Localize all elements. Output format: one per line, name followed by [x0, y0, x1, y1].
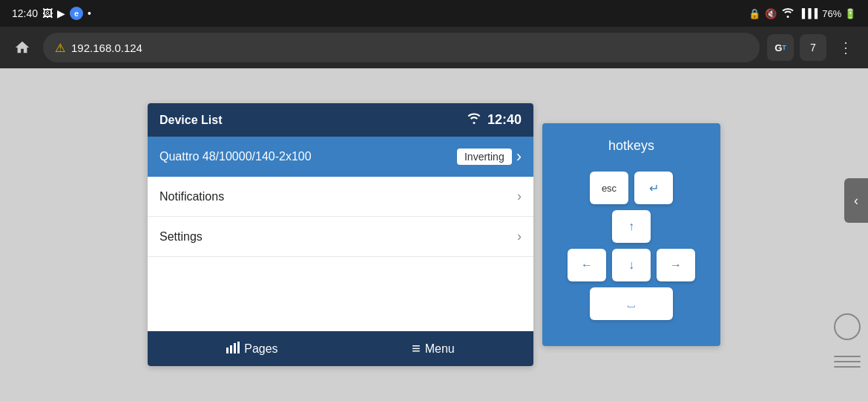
dot-indicator: •	[88, 7, 91, 19]
main-area: Device List 12:40 Quattro 48/10000/140-2…	[0, 68, 868, 401]
panel-title: Device List	[160, 114, 222, 127]
up-key[interactable]: ↑	[612, 210, 651, 243]
enter-key[interactable]: ↵	[634, 172, 673, 204]
bottom-nav	[834, 313, 861, 371]
settings-item[interactable]: Settings ›	[148, 217, 533, 257]
device-row-chevron: ›	[516, 147, 522, 166]
svg-rect-1	[230, 345, 232, 353]
wifi-icon	[781, 7, 795, 20]
home-button[interactable]	[9, 34, 36, 61]
nav-lines-button[interactable]	[834, 352, 861, 371]
header-time: 12:40	[487, 112, 522, 128]
panel-header-right: 12:40	[467, 112, 522, 128]
tab-count: 7	[810, 42, 816, 53]
right-nav-chevron: ‹	[854, 193, 858, 209]
header-wifi-icon	[467, 112, 481, 128]
tab-count-button[interactable]: 7	[800, 34, 826, 61]
device-row[interactable]: Quattro 48/10000/140-2x100 Inverting ›	[148, 137, 533, 177]
empty-content-area	[148, 257, 533, 331]
battery-display: 76% 🔋	[822, 8, 856, 19]
right-key[interactable]: →	[657, 249, 695, 281]
nav-line-2	[834, 361, 861, 362]
device-name: Quattro 48/10000/140-2x100	[160, 150, 312, 163]
status-text: Inverting	[464, 151, 504, 163]
menu-label: Menu	[425, 342, 455, 356]
hotkeys-grid: esc ↵ ↑ ← ↓ →	[568, 172, 695, 320]
hotkeys-row-3: ← ↓ →	[568, 249, 695, 281]
notifications-item[interactable]: Notifications ›	[148, 177, 533, 217]
nav-line-1	[834, 356, 861, 357]
svg-rect-3	[237, 342, 240, 353]
more-options-button[interactable]: ⋮	[832, 34, 859, 61]
pages-label: Pages	[244, 342, 277, 356]
status-bar: 12:40 🖼 ▶ e • 🔒 🔇 ▐▐▐ 76% 🔋	[0, 0, 868, 27]
hotkeys-title: hotkeys	[608, 138, 654, 154]
menu-button[interactable]: ≡ Menu	[412, 340, 455, 357]
down-key[interactable]: ↓	[612, 249, 651, 281]
menu-icon: ≡	[412, 340, 421, 357]
signal-icon: ▐▐▐	[799, 8, 818, 19]
status-badge: Inverting	[457, 149, 512, 165]
url-bar[interactable]: ⚠ 192.168.0.124	[43, 33, 760, 62]
settings-chevron: ›	[517, 229, 522, 244]
nav-circle-button[interactable]	[834, 313, 861, 340]
mute-icon: 🔇	[765, 8, 777, 19]
time-display: 12:40	[12, 7, 38, 19]
status-bar-right: 🔒 🔇 ▐▐▐ 76% 🔋	[749, 7, 856, 20]
hotkeys-row-2: ↑	[612, 210, 651, 243]
panel-footer: Pages ≡ Menu	[148, 331, 533, 366]
notifications-label: Notifications	[160, 190, 224, 203]
youtube-icon: ▶	[57, 7, 65, 19]
translate-button[interactable]: GT	[767, 34, 794, 61]
warning-icon: ⚠	[55, 41, 65, 55]
space-key[interactable]: ⎵	[590, 287, 673, 320]
right-nav-button[interactable]: ‹	[844, 178, 868, 223]
settings-label: Settings	[160, 230, 203, 244]
notifications-chevron: ›	[517, 189, 522, 204]
device-panel: Device List 12:40 Quattro 48/10000/140-2…	[148, 103, 533, 366]
browser-icon: e	[70, 7, 83, 20]
left-key[interactable]: ←	[568, 249, 606, 281]
url-text: 192.168.0.124	[71, 42, 142, 54]
status-bar-left: 12:40 🖼 ▶ e •	[12, 7, 91, 20]
pages-icon	[226, 342, 240, 356]
panel-header: Device List 12:40	[148, 103, 533, 137]
hotkeys-row-4: ⎵	[590, 287, 673, 320]
browser-actions: GT 7 ⋮	[767, 34, 859, 61]
svg-rect-2	[234, 343, 236, 353]
hotkeys-row-1: esc ↵	[590, 172, 673, 204]
pages-button[interactable]: Pages	[226, 342, 277, 356]
esc-key[interactable]: esc	[590, 172, 628, 204]
lock-icon: 🔒	[749, 8, 760, 19]
svg-rect-0	[226, 348, 228, 353]
nav-line-3	[834, 366, 861, 368]
browser-bar: ⚠ 192.168.0.124 GT 7 ⋮	[0, 27, 868, 68]
gallery-icon: 🖼	[42, 7, 53, 19]
hotkeys-panel: hotkeys esc ↵ ↑ ←	[542, 123, 720, 346]
